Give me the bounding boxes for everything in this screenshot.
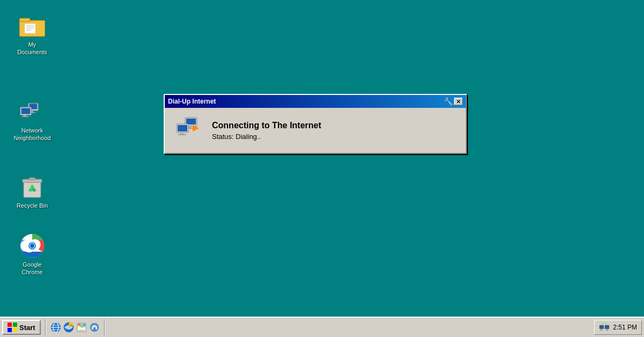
svg-rect-13 bbox=[21, 108, 31, 114]
status-value: Dialing.. bbox=[236, 133, 261, 141]
desktop-icon-network-neighborhood[interactable]: Network Neighborhood bbox=[11, 97, 54, 144]
dialup-titlebar: Dial-Up Internet 🔧 ✕ bbox=[165, 95, 466, 108]
close-button[interactable]: ✕ bbox=[454, 98, 463, 105]
svg-rect-46 bbox=[78, 324, 80, 326]
taskbar-divider2 bbox=[104, 319, 105, 336]
dialup-title: Dial-Up Internet bbox=[168, 98, 216, 105]
desktop-icon-my-documents[interactable]: My Documents bbox=[11, 11, 54, 58]
svg-rect-60 bbox=[606, 329, 608, 331]
svg-rect-29 bbox=[178, 125, 187, 131]
svg-rect-49 bbox=[78, 326, 80, 327]
desktop-icon-google-chrome[interactable]: Google Chrome bbox=[11, 231, 54, 279]
taskbar-ie-icon[interactable] bbox=[50, 322, 61, 333]
desktop: My Documents Network Neighborhood bbox=[0, 0, 644, 317]
svg-rect-33 bbox=[13, 323, 17, 327]
svg-point-62 bbox=[605, 323, 606, 324]
svg-rect-47 bbox=[80, 324, 83, 326]
dialup-dialog: Dial-Up Internet 🔧 ✕ bbox=[164, 94, 467, 154]
svg-rect-54 bbox=[93, 327, 96, 329]
connecting-title: Connecting to The Internet bbox=[212, 121, 321, 130]
recycle-bin-label: Recycle Bin bbox=[17, 202, 48, 209]
tray-network-icon[interactable] bbox=[599, 322, 610, 333]
svg-rect-32 bbox=[8, 323, 12, 327]
system-tray: 2:51 PM bbox=[594, 320, 642, 335]
svg-rect-4 bbox=[25, 24, 35, 33]
desktop-icon-recycle-bin[interactable]: Recycle Bin bbox=[11, 172, 54, 211]
my-documents-label: My Documents bbox=[13, 41, 52, 56]
taskbar: Start ✉ bbox=[0, 317, 644, 337]
svg-rect-51 bbox=[83, 326, 85, 327]
svg-rect-30 bbox=[180, 133, 184, 134]
taskbar-divider bbox=[45, 319, 46, 336]
my-documents-icon bbox=[19, 13, 45, 39]
taskbar-outlook-icon[interactable]: ✉ bbox=[63, 322, 74, 333]
recycle-bin-icon bbox=[19, 174, 45, 200]
svg-rect-15 bbox=[22, 116, 29, 117]
svg-rect-2 bbox=[19, 18, 30, 21]
svg-rect-35 bbox=[13, 328, 17, 332]
svg-rect-34 bbox=[8, 328, 12, 332]
google-chrome-icon bbox=[19, 233, 45, 259]
taskbar-quick-launch: ✉ bbox=[48, 322, 102, 333]
dialup-content: Connecting to The Internet Status: Diali… bbox=[165, 108, 466, 153]
svg-rect-31 bbox=[178, 134, 186, 135]
system-clock: 2:51 PM bbox=[613, 324, 637, 331]
dialup-title-buttons: 🔧 ✕ bbox=[444, 97, 463, 106]
taskbar-extra-icon[interactable] bbox=[89, 322, 100, 333]
connecting-status: Status: Dialing.. bbox=[212, 133, 321, 141]
svg-rect-18 bbox=[29, 178, 35, 180]
google-chrome-label: Google Chrome bbox=[13, 261, 52, 276]
network-neighborhood-icon bbox=[19, 99, 45, 124]
svg-rect-59 bbox=[605, 326, 609, 328]
svg-rect-57 bbox=[601, 329, 602, 331]
svg-point-23 bbox=[30, 244, 34, 248]
svg-rect-52 bbox=[78, 329, 85, 331]
taskbar-paint-icon[interactable] bbox=[76, 322, 87, 333]
svg-point-61 bbox=[602, 323, 603, 324]
svg-rect-48 bbox=[83, 324, 85, 326]
connection-icon bbox=[175, 116, 203, 144]
network-neighborhood-label: Network Neighborhood bbox=[13, 127, 52, 142]
status-label: Status: bbox=[212, 133, 233, 141]
connecting-text: Connecting to The Internet Status: Diali… bbox=[212, 121, 321, 141]
svg-rect-25 bbox=[186, 119, 196, 124]
windows-logo-icon bbox=[8, 323, 17, 332]
start-button[interactable]: Start bbox=[2, 320, 41, 335]
svg-rect-56 bbox=[600, 326, 603, 328]
start-label: Start bbox=[19, 324, 35, 332]
svg-rect-50 bbox=[80, 326, 83, 327]
wrench-icon: 🔧 bbox=[444, 97, 453, 106]
